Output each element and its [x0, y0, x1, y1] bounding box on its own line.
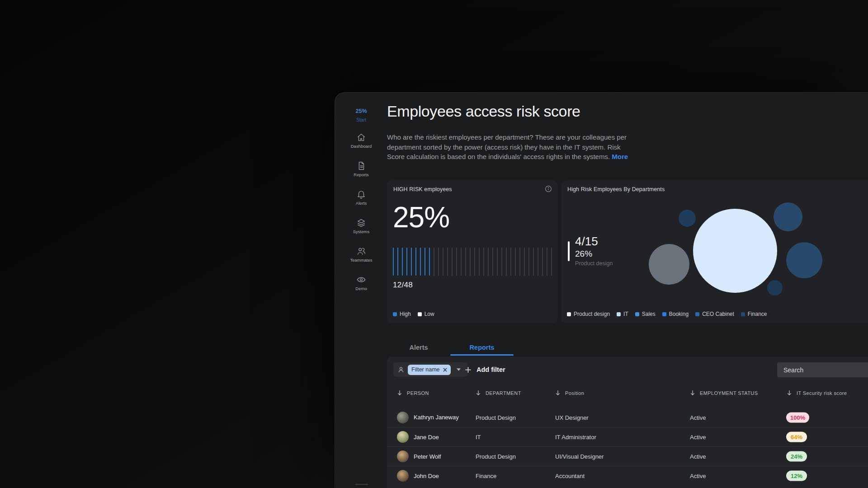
department-cell: Product Design: [476, 453, 516, 460]
person-name: John Doe: [414, 473, 439, 479]
sort-arrow-icon: [397, 390, 402, 396]
tab-reports-label: Reports: [470, 344, 495, 351]
more-link[interactable]: More: [612, 153, 628, 160]
legend-item: Product design: [567, 311, 610, 317]
person-name: Jane Doe: [414, 434, 439, 441]
tab-alerts[interactable]: Alerts: [387, 340, 450, 355]
high-risk-ratio: 12/48: [393, 281, 413, 290]
table-row[interactable]: Peter Wolf Product Design UI/Visual Desi…: [387, 446, 868, 466]
sort-arrow-icon: [476, 390, 481, 396]
legend-item: CEO Cabinet: [695, 311, 734, 317]
avatar: [397, 450, 409, 462]
legend-label: IT: [623, 311, 628, 317]
person-cell: Jane Doe: [397, 431, 439, 443]
table-row[interactable]: Jane Doe IT IT Administrator Active 64%: [387, 427, 868, 446]
legend-item: IT: [617, 311, 628, 317]
legend-label: Finance: [748, 311, 767, 317]
position-cell: UI/Visual Designer: [555, 453, 604, 460]
column-header[interactable]: Position: [555, 390, 584, 396]
risk-score-badge: 100%: [786, 412, 809, 422]
high-risk-card: HIGH RISK employees 25% 12/48 High Low: [387, 180, 557, 323]
department-bubble[interactable]: [767, 280, 783, 296]
tab-reports[interactable]: Reports: [450, 340, 514, 355]
column-header[interactable]: PERSON: [397, 390, 429, 396]
add-filter-button[interactable]: Add filter: [465, 362, 505, 377]
avatar: [397, 470, 409, 482]
table-row[interactable]: Kathryn Janeway Product Design UX Design…: [387, 408, 868, 427]
position-cell: Accountant: [555, 473, 585, 479]
legend-swatch: [635, 312, 639, 316]
department-cell: Finance: [476, 473, 496, 479]
person-cell: Kathryn Janeway: [397, 412, 459, 423]
person-name: Peter Wolf: [414, 453, 441, 460]
legend-label: Booking: [669, 311, 689, 317]
column-label: IT Security risk score: [797, 390, 847, 396]
legend-item: Sales: [635, 311, 656, 317]
column-header[interactable]: EMPLOYMENT STATUS: [690, 390, 758, 396]
filter-group[interactable]: Filter name: [393, 362, 467, 377]
filter-chip[interactable]: Filter name: [408, 365, 451, 375]
legend-label: High: [400, 311, 411, 317]
tabs: Alerts Reports: [387, 340, 514, 355]
high-risk-card-title: HIGH RISK employees: [393, 186, 452, 192]
risk-score-badge: 64%: [786, 432, 807, 442]
legend-label: Low: [425, 311, 434, 317]
filter-row: Filter name Add filter: [387, 357, 868, 384]
main-content: Employees access risk score Who are the …: [335, 93, 868, 488]
table-row[interactable]: John Doe Finance Accountant Active 12%: [387, 466, 868, 485]
column-header[interactable]: IT Security risk score: [787, 390, 847, 396]
legend-item: Low: [418, 311, 434, 317]
department-cell: Product Design: [476, 414, 516, 421]
legend-item: Booking: [662, 311, 689, 317]
description-line: Score calculation is based on the indivi…: [387, 153, 610, 160]
search-input[interactable]: [777, 362, 868, 377]
plus-icon: [465, 366, 472, 373]
sort-arrow-icon: [787, 390, 792, 396]
person-cell: John Doe: [397, 470, 439, 482]
avatar: [397, 431, 409, 443]
department-bubble[interactable]: [786, 242, 822, 278]
description-line: Who are the riskiest employees per depar…: [387, 133, 627, 141]
high-risk-percent: 25%: [393, 203, 449, 232]
score-cell: 100%: [786, 412, 809, 422]
reports-table-card: Filter name Add filter: [387, 357, 868, 488]
column-label: PERSON: [407, 390, 429, 396]
legend-label: Product design: [574, 311, 610, 317]
column-label: Position: [565, 390, 584, 396]
high-risk-bar-chart: [393, 248, 552, 276]
chevron-down-icon: [457, 368, 461, 371]
legend-swatch: [617, 312, 621, 316]
filter-dropdown-toggle[interactable]: [454, 365, 464, 375]
high-low-legend: High Low: [393, 311, 434, 317]
score-cell: 12%: [786, 471, 807, 481]
page-title: Employees access risk score: [387, 103, 580, 120]
legend-swatch: [418, 312, 422, 316]
legend-item: Finance: [741, 311, 767, 317]
department-bubble[interactable]: [679, 210, 696, 227]
sort-arrow-icon: [555, 390, 561, 396]
employment-status-cell: Active: [690, 453, 706, 460]
column-label: DEPARTMENT: [486, 390, 521, 396]
score-cell: 64%: [786, 432, 807, 442]
department-bubble[interactable]: [693, 209, 777, 293]
column-label: EMPLOYMENT STATUS: [700, 390, 758, 396]
legend-swatch: [567, 312, 571, 316]
risk-score-badge: 24%: [786, 451, 807, 462]
legend-swatch: [662, 312, 666, 316]
department-bubble[interactable]: [649, 244, 689, 285]
add-filter-label: Add filter: [476, 366, 505, 373]
legend-label: CEO Cabinet: [702, 311, 734, 317]
info-icon[interactable]: [545, 185, 552, 192]
departments-card: High Risk Employees By Departments 4/15 …: [561, 180, 868, 323]
remove-filter-icon[interactable]: [443, 368, 447, 372]
legend-item: High: [393, 311, 411, 317]
legend-label: Sales: [642, 311, 656, 317]
person-name: Kathryn Janeway: [414, 414, 459, 421]
score-cell: 24%: [786, 451, 807, 462]
legend-swatch: [393, 312, 397, 316]
table-header: PERSON DEPARTMENT Position EMPLOYMENT ST…: [387, 390, 868, 404]
risk-score-badge: 12%: [786, 471, 807, 481]
column-header[interactable]: DEPARTMENT: [476, 390, 521, 396]
department-bubble[interactable]: [774, 202, 802, 231]
active-tab-underline: [450, 354, 514, 356]
